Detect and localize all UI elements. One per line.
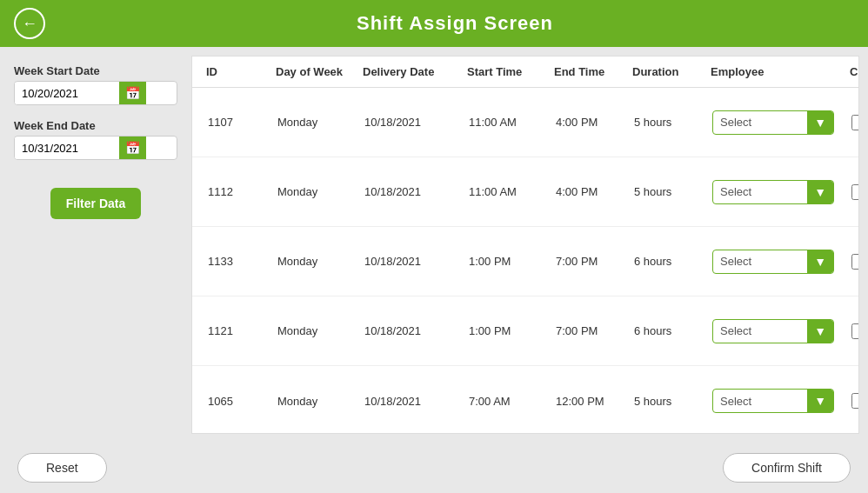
cell-confirmed [850,111,858,134]
cell-employee: Select ▼ [711,385,850,416]
employee-select-text: Select [713,390,807,412]
employee-select-text: Select [713,250,807,272]
cell-duration: 5 hours [632,391,711,411]
bottom-bar: Reset Confirm Shift [0,443,868,493]
cell-employee: Select ▼ [711,246,850,277]
cell-start-time: 11:00 AM [467,182,554,202]
cell-confirmed [850,250,858,273]
col-end-time: End Time [554,65,632,78]
confirm-shift-button[interactable]: Confirm Shift [723,453,851,483]
cell-start-time: 7:00 AM [467,391,554,411]
cell-duration: 6 hours [632,251,711,271]
filter-data-button[interactable]: Filter Data [50,188,141,219]
employee-select-text: Select [713,181,807,203]
cell-end-time: 12:00 PM [554,391,632,411]
table-row: 1107 Monday 10/18/2021 11:00 AM 4:00 PM … [192,88,858,157]
cell-start-time: 11:00 AM [467,112,554,132]
cell-duration: 5 hours [632,112,711,132]
table-header: ID Day of Week Delivery Date Start Time … [192,57,858,88]
col-delivery-date: Delivery Date [363,65,467,78]
employee-select-wrapper: Select ▼ [712,389,834,413]
confirm-checkbox[interactable] [851,393,858,409]
week-end-date-wrapper: 📅 [14,136,177,160]
cell-employee: Select ▼ [711,177,850,208]
cell-confirmed [850,181,858,203]
cell-confirmed [850,390,858,412]
cell-employee: Select ▼ [711,316,850,347]
cell-duration: 6 hours [632,321,711,341]
cell-delivery-date: 10/18/2021 [363,251,467,271]
cell-day-of-week: Monday [276,251,363,271]
col-confirmed: Confirmed? [850,65,859,78]
confirm-checkbox[interactable] [851,323,858,339]
cell-delivery-date: 10/18/2021 [363,112,467,132]
cell-id: 1112 [206,182,276,202]
col-employee: Employee [711,65,850,78]
cell-end-time: 4:00 PM [554,112,632,132]
week-start-date-group: Week Start Date 📅 [14,64,177,105]
table-row: 1121 Monday 10/18/2021 1:00 PM 7:00 PM 6… [192,296,858,366]
employee-dropdown-button[interactable]: ▼ [807,250,833,273]
cell-id: 1121 [206,321,276,341]
employee-dropdown-button[interactable]: ▼ [807,320,833,343]
employee-dropdown-button[interactable]: ▼ [807,390,833,412]
week-start-calendar-button[interactable]: 📅 [119,82,146,104]
confirm-checkbox[interactable] [851,115,858,130]
col-id: ID [206,65,276,78]
cell-confirmed [850,320,858,343]
employee-dropdown-button[interactable]: ▼ [807,181,833,203]
cell-end-time: 4:00 PM [554,182,632,202]
reset-button[interactable]: Reset [17,453,107,483]
employee-select-text: Select [713,320,807,342]
table-row: 1065 Monday 10/18/2021 7:00 AM 12:00 PM … [192,366,858,433]
cell-day-of-week: Monday [276,321,363,341]
employee-select-wrapper: Select ▼ [712,319,834,343]
employee-select-wrapper: Select ▼ [712,180,834,204]
cell-end-time: 7:00 PM [554,251,632,271]
week-start-date-wrapper: 📅 [14,81,177,105]
cell-employee: Select ▼ [711,107,850,138]
col-duration: Duration [632,65,711,78]
table-body: 1107 Monday 10/18/2021 11:00 AM 4:00 PM … [192,88,858,433]
cell-day-of-week: Monday [276,182,363,202]
cell-id: 1133 [206,251,276,271]
cell-delivery-date: 10/18/2021 [363,391,467,411]
week-end-calendar-button[interactable]: 📅 [119,137,146,159]
cell-duration: 5 hours [632,182,711,202]
confirm-checkbox[interactable] [851,254,858,270]
week-end-date-input[interactable] [15,137,119,159]
col-start-time: Start Time [467,65,554,78]
cell-start-time: 1:00 PM [467,321,554,341]
employee-select-wrapper: Select ▼ [712,250,834,274]
page-title: Shift Assign Screen [56,12,854,35]
week-start-date-label: Week Start Date [14,64,177,77]
week-end-date-group: Week End Date 📅 [14,119,177,160]
content-area: ID Day of Week Delivery Date Start Time … [191,47,868,443]
cell-day-of-week: Monday [276,391,363,411]
cell-delivery-date: 10/18/2021 [363,321,467,341]
week-end-date-label: Week End Date [14,119,177,132]
sidebar: Week Start Date 📅 Week End Date 📅 Filter… [0,47,191,443]
col-day-of-week: Day of Week [276,65,363,78]
main-content: Week Start Date 📅 Week End Date 📅 Filter… [0,47,868,443]
confirm-checkbox[interactable] [851,184,858,200]
employee-select-wrapper: Select ▼ [712,110,834,135]
cell-id: 1065 [206,391,276,411]
header: ← Shift Assign Screen [0,0,868,47]
employee-dropdown-button[interactable]: ▼ [807,111,833,134]
table-row: 1133 Monday 10/18/2021 1:00 PM 7:00 PM 6… [192,227,858,296]
cell-end-time: 7:00 PM [554,321,632,341]
week-start-date-input[interactable] [15,83,119,104]
shift-table: ID Day of Week Delivery Date Start Time … [191,56,859,434]
table-row: 1112 Monday 10/18/2021 11:00 AM 4:00 PM … [192,157,858,227]
cell-start-time: 1:00 PM [467,251,554,271]
cell-delivery-date: 10/18/2021 [363,182,467,202]
employee-select-text: Select [713,111,807,133]
cell-day-of-week: Monday [276,112,363,132]
cell-id: 1107 [206,112,276,132]
back-button[interactable]: ← [14,8,45,39]
